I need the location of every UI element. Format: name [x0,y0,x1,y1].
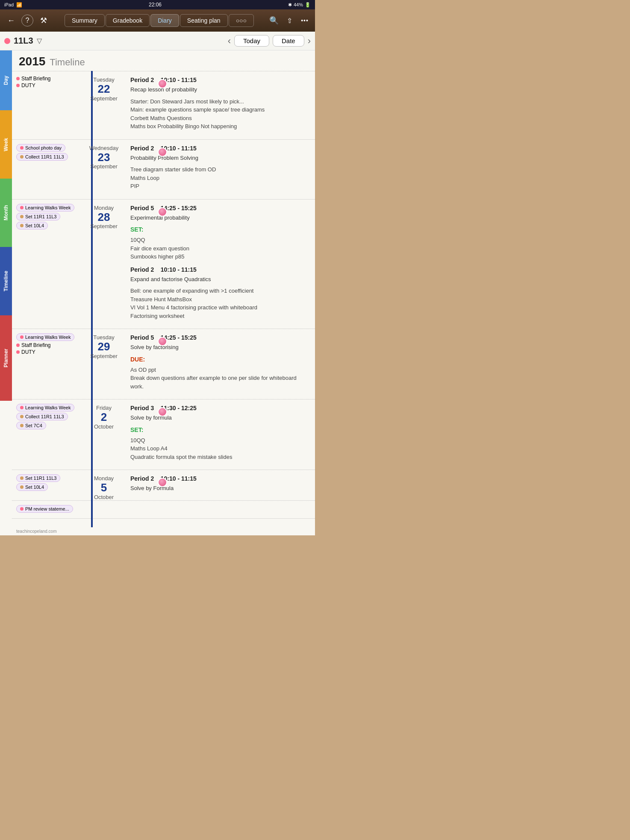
wrench-button[interactable]: ⚒ [36,13,51,28]
event-set-11r1-oct5: Set 11R1 11L3 [16,474,60,482]
right-col-sep22: Period 2 10:10 - 11:15 Recap lesson of p… [125,71,315,139]
event-collect-11r1-oct2: Collect 11R1 11L3 [16,413,68,420]
event-label: Learning Walks Week [25,335,71,340]
sidebar-item-planner[interactable]: Planner [0,315,12,401]
event-label: Set 10L4 [25,223,44,228]
timeline-entry-oct5: Set 11R1 11L3 Set 10L4 Monday 5 October … [12,470,315,500]
right-col-sep29: Period 5 14:25 - 15:25 Solve by factoris… [125,329,315,399]
dot-icon [20,146,24,150]
nav-right-button[interactable]: › [308,35,311,47]
class-bar: 11L3 ▽ ‹ Today Date › [0,32,315,50]
event-label: Set 11R1 11L3 [25,476,56,481]
period-desc: Recap lesson of probability [130,85,310,94]
status-bar: iPad 📶 22:06 ✱ 44% 🔋 [0,0,315,9]
battery-label: 44% [294,2,303,7]
dot-icon [20,335,24,339]
share-button[interactable]: ⇧ [283,14,296,27]
period-desc-2: Solve by Formula [130,484,310,493]
tab-seating-plan[interactable]: Seating plan [180,14,228,27]
dot-icon [16,84,20,87]
sidebar-item-timeline[interactable]: Timeline [0,247,12,315]
day-name: Monday [94,205,114,211]
dot-icon [20,206,24,209]
today-button[interactable]: Today [234,35,269,47]
timeline-circle-oct2 [158,407,167,417]
status-bar-left: iPad 📶 [4,2,22,8]
day-name: Wednesday [89,145,118,151]
left-col-sep22: Staff Briefing DUTY [12,71,82,139]
sidebar-item-month[interactable]: Month [0,179,12,247]
event-collect-11r1: Collect 11R1 11L3 [16,153,68,161]
left-col-sep28: Learning Walks Week Set 11R1 11L3 Set 10… [12,200,82,329]
nav-left-button[interactable]: ‹ [228,35,231,47]
event-label: Learning Walks Week [25,205,71,210]
year-header: 2015 Timeline [12,50,315,71]
right-col-sep23: Period 2 10:10 - 11:15 Probability Probl… [125,140,315,199]
event-label: Set 10L4 [25,485,44,490]
due-notes: As OD ppt Break down questions after exa… [130,366,310,391]
date-col-sep29: Tuesday 29 September [82,329,125,399]
event-school-photo: School photo day [16,144,65,152]
date-col-sep28: Monday 28 September [82,200,125,329]
event-label: Set 7C4 [25,423,42,428]
date-month: September [90,353,118,359]
tab-more[interactable]: ○○○ [229,14,254,27]
nav-right-icons: 🔍 ⇧ ••• [267,14,312,27]
event-label: School photo day [25,145,62,150]
period-desc-5: Solve by factorising [130,343,310,352]
date-number: 23 [98,151,110,164]
event-label: Staff Briefing [21,76,50,82]
period-header-2: Period 2 10:10 - 11:15 [130,265,310,274]
event-label: Set 11R1 11L3 [25,214,56,219]
dot-icon [20,424,24,427]
sidebar-item-week[interactable]: Week [0,110,12,179]
sidebar-item-day[interactable]: Day [0,50,12,110]
event-label: Staff Briefing [21,342,50,348]
filter-icon[interactable]: ▽ [37,37,42,45]
event-pm-review: PM review stateme... [16,505,73,513]
tab-summary[interactable]: Summary [65,14,105,27]
date-col-pm [82,501,125,518]
wifi-icon: 📶 [16,2,22,8]
date-number: 29 [98,341,110,353]
date-button[interactable]: Date [273,35,304,47]
dot-icon [16,77,20,80]
event-duty-sep29: DUTY [16,349,79,355]
timeline-circle-oct5 [158,478,167,487]
left-col-oct5: Set 11R1 11L3 Set 10L4 [12,470,82,500]
period-desc: Probability Problem Solving [130,154,310,162]
left-col-oct2: Learning Walks Week Collect 11R1 11L3 Se… [12,399,82,470]
search-button[interactable]: 🔍 [267,14,281,27]
dot-icon [20,476,24,480]
main-container: Day Week Month Timeline Planner 2015 Tim… [0,50,315,535]
right-col-oct5: Period 2 10:10 - 11:15 Solve by Formula [125,470,315,500]
period-header-5: Period 5 14:25 - 15:25 [130,204,310,213]
event-duty-sep22: DUTY [16,82,79,88]
help-button[interactable]: ? [21,15,33,26]
event-staff-briefing-sep22: Staff Briefing [16,76,79,82]
nav-tabs: Summary Gradebook Diary Seating plan ○○○ [54,14,265,27]
dot-icon [20,485,24,489]
tab-diary[interactable]: Diary [150,14,179,27]
period-notes: Tree diagram starter slide from OD Maths… [130,165,310,191]
event-set-7c4-oct2: Set 7C4 [16,422,46,429]
back-button[interactable]: ← [3,13,19,28]
period-desc-5: Experimental probability [130,214,310,222]
left-col-sep23: School photo day Collect 11R1 11L3 [12,140,82,199]
day-name: Tuesday [93,334,114,341]
timeline-entry-sep28: Learning Walks Week Set 11R1 11L3 Set 10… [12,199,315,329]
period-desc-2: Expand and factorise Quadratics [130,275,310,284]
dot-icon [20,215,24,218]
date-month: September [90,95,118,102]
period-header-2: Period 2 10:10 - 11:15 [130,474,310,483]
period-header: Period 2 10:10 - 11:15 [130,144,310,153]
set-notes: 10QQ Fair dice exam question Sumbooks hi… [130,236,310,261]
date-month: September [90,223,118,229]
set-label: SET: [130,225,310,234]
class-name: 11L3 [14,36,33,46]
period-desc-3: Solve by formula [130,414,310,422]
tab-gradebook[interactable]: Gradebook [106,14,150,27]
right-col-oct2: Period 3 11:30 - 12:25 Solve by formula … [125,399,315,470]
dot-icon [16,344,20,347]
overflow-button[interactable]: ••• [298,14,312,27]
